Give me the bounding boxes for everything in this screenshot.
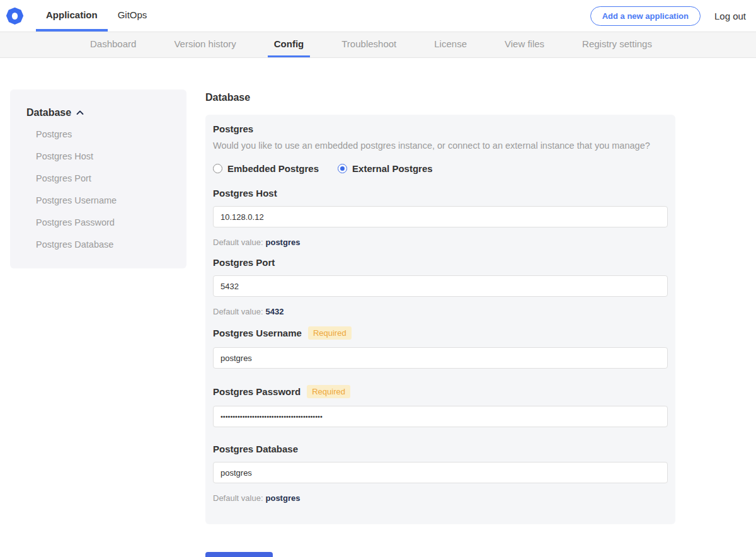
required-badge: Required [307,385,350,398]
config-sidebar: Database Postgres Postgres Host Postgres… [10,89,186,268]
group-help-text: Would you like to use an embedded postgr… [213,141,668,151]
radio-unchecked-icon [213,164,222,173]
default-value-label: Default value: [213,493,263,503]
field-postgres-port: Postgres Port Default value:5432 [213,257,668,316]
postgres-password-input[interactable] [213,406,668,427]
subnav-tab-troubleshoot[interactable]: Troubleshoot [335,32,403,57]
chevron-up-icon [76,109,84,117]
subnav-tab-license[interactable]: License [428,32,473,57]
logout-button[interactable]: Log out [714,11,746,21]
field-label: Postgres Port [213,257,275,268]
default-value-label: Default value: [213,238,263,247]
field-label: Postgres Host [213,188,277,198]
subnav-tab-view-files[interactable]: View files [498,32,551,57]
field-label: Postgres Username [213,328,302,338]
sidebar-item-postgres[interactable]: Postgres [16,123,180,146]
sidebar-item-postgres-host[interactable]: Postgres Host [16,146,180,168]
postgres-port-input[interactable] [213,275,668,297]
app-subnav: Dashboard Version history Config Trouble… [0,32,756,58]
default-value-label: Default value: [213,307,263,316]
config-group-card: Postgres Would you like to use an embedd… [205,115,675,524]
default-value-row: Default value:postgres [213,238,668,247]
top-navbar: Application GitOps Add a new application… [0,0,756,32]
radio-label: Embedded Postgres [227,163,319,174]
sidebar-item-postgres-password[interactable]: Postgres Password [16,212,180,234]
radio-embedded-postgres[interactable]: Embedded Postgres [213,163,319,174]
field-postgres-host: Postgres Host Default value:postgres [213,188,668,247]
subnav-tab-dashboard[interactable]: Dashboard [84,32,142,57]
radio-label: External Postgres [352,163,433,174]
postgres-database-input[interactable] [213,462,668,483]
subnav-tab-version-history[interactable]: Version history [168,32,242,57]
sidebar-item-postgres-port[interactable]: Postgres Port [16,168,180,190]
field-postgres-database: Postgres Database Default value:postgres [213,444,668,503]
default-value: postgres [266,493,301,503]
postgres-username-input[interactable] [213,347,668,369]
field-label: Postgres Database [213,444,298,454]
subnav-tab-registry-settings[interactable]: Registry settings [576,32,658,57]
topnav-right: Add a new application Log out [590,0,756,32]
radio-external-postgres[interactable]: External Postgres [338,163,433,174]
postgres-host-input[interactable] [213,206,668,227]
app-logo-icon [6,8,23,25]
default-value: postgres [266,238,301,247]
page-title: Database [205,92,675,103]
save-config-button[interactable]: Save config [205,552,273,557]
app-logo[interactable] [0,0,36,32]
config-page-content: Database Postgres Postgres Host Postgres… [0,58,756,557]
config-main: Database Postgres Would you like to use … [205,89,675,557]
default-value-row: Default value:5432 [213,307,668,316]
sidebar-group-label: Database [26,107,71,118]
add-new-application-button[interactable]: Add a new application [590,6,701,26]
sidebar-item-postgres-username[interactable]: Postgres Username [16,190,180,212]
group-heading: Postgres [213,123,668,134]
default-value: 5432 [266,307,284,316]
sidebar-item-postgres-database[interactable]: Postgres Database [16,234,180,256]
radio-checked-icon [338,164,347,173]
topnav-tab-gitops[interactable]: GitOps [108,0,158,32]
sidebar-group-database[interactable]: Database [16,107,180,118]
subnav-tab-config[interactable]: Config [268,32,310,57]
topnav-tab-application[interactable]: Application [36,0,108,32]
field-postgres-password: Postgres Password Required [213,385,668,427]
required-badge: Required [308,326,352,340]
default-value-row: Default value:postgres [213,493,668,503]
field-label: Postgres Password [213,386,301,397]
postgres-type-radio-group: Embedded Postgres External Postgres [213,163,668,174]
field-postgres-username: Postgres Username Required [213,326,668,369]
